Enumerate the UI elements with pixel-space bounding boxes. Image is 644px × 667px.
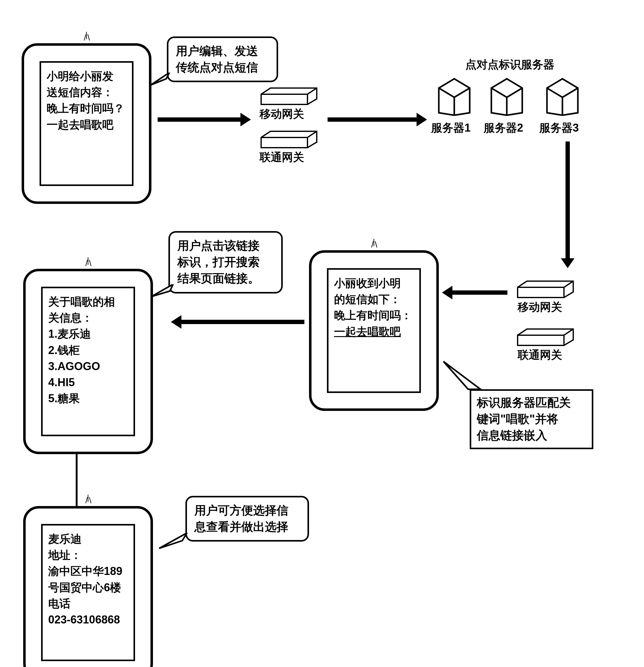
phone-detail: 麦乐迪 地址： 渝中区中华189 号国贸中心6楼 电话 023-63106868	[23, 506, 153, 667]
bubble-text: 息查看并做出选择	[194, 519, 300, 535]
mobile-gateway-label-2: 移动网关	[518, 300, 562, 315]
phone-search-results: 关于唱歌的相 关信息： 1.麦乐迪 2.钱柜 3.AGOGO 4.HI5 5.糖…	[23, 269, 153, 454]
detail-text: 023-63106868	[48, 612, 128, 628]
result-item[interactable]: 3.AGOGO	[48, 358, 128, 374]
bubble-text: 用户点击该链接	[177, 238, 274, 254]
sms-text: 小明给小丽发	[47, 68, 126, 84]
phone-detail-screen: 麦乐迪 地址： 渝中区中华189 号国贸中心6楼 电话 023-63106868	[41, 524, 135, 661]
results-header: 关信息：	[48, 310, 128, 326]
note-text: 信息链接嵌入	[477, 427, 586, 444]
server-2-label: 服务器2	[484, 120, 523, 136]
server-cube-3	[544, 76, 581, 116]
bubble-text: 标识，打开搜索	[177, 254, 274, 270]
server-1-label: 服务器1	[431, 120, 471, 136]
bubble-text: 用户编辑、发送	[176, 43, 269, 59]
server-cube-2	[488, 76, 525, 116]
arrow-down-to-gateway	[565, 142, 570, 259]
speech-bubble-select-info: 用户可方便选择信 息查看并做出选择	[186, 496, 309, 541]
phone-sender: 小明给小丽发 送短信内容： 晚上有时间吗？ 一起去唱歌吧	[22, 43, 151, 204]
note-keyword-match: 标识服务器匹配关 键词"唱歌"并将 信息链接嵌入	[470, 389, 593, 449]
arrow-to-results-phone	[181, 320, 304, 324]
mobile-gateway-box-2	[513, 280, 578, 298]
note-text: 键词"唱歌"并将	[477, 411, 586, 427]
speech-bubble-click-link: 用户点击该链接 标识，打开搜索 结果页面链接。	[168, 231, 283, 293]
detail-text: 电话	[48, 596, 128, 612]
note-tail	[440, 358, 484, 392]
result-item[interactable]: 5.糖果	[48, 390, 128, 407]
bubble-text: 结果页面链接。	[177, 270, 274, 287]
bubble-text: 传统点对点短信	[176, 59, 269, 76]
detail-text: 麦乐迪	[48, 531, 128, 547]
note-text: 标识服务器匹配关	[477, 394, 586, 411]
detail-text: 地址：	[48, 547, 128, 563]
sms-text: 送短信内容：	[47, 84, 126, 100]
result-item[interactable]: 4.HI5	[48, 374, 128, 390]
bubble-tail	[148, 72, 173, 88]
bubble-tail-3	[156, 533, 190, 551]
mobile-gateway-label: 移动网关	[260, 107, 304, 122]
phone-receiver: 小丽收到小明 的短信如下： 晚上有时间吗： 一起去唱歌吧	[309, 250, 439, 411]
sms-text: 小丽收到小明	[334, 275, 414, 291]
sms-link-text[interactable]: 一起去唱歌吧	[334, 324, 414, 340]
unicom-gateway-label: 联通网关	[260, 150, 304, 165]
sms-text: 一起去唱歌吧	[47, 117, 126, 133]
result-item[interactable]: 1.麦乐迪	[48, 326, 128, 342]
results-header: 关于唱歌的相	[48, 294, 128, 310]
phone-receiver-screen: 小丽收到小明 的短信如下： 晚上有时间吗： 一起去唱歌吧	[327, 268, 421, 393]
phone-results-screen: 关于唱歌的相 关信息： 1.麦乐迪 2.钱柜 3.AGOGO 4.HI5 5.糖…	[41, 287, 135, 436]
sms-text: 晚上有时间吗：	[334, 307, 414, 323]
speech-bubble-send: 用户编辑、发送 传统点对点短信	[167, 36, 278, 82]
unicom-gateway-label-2: 联通网关	[518, 347, 562, 363]
line-to-detail-phone	[76, 454, 78, 507]
arrow-to-servers	[327, 117, 417, 122]
phone-sender-screen: 小明给小丽发 送短信内容： 晚上有时间吗？ 一起去唱歌吧	[39, 61, 133, 186]
sms-text: 晚上有时间吗？	[47, 100, 126, 116]
server-3-label: 服务器3	[539, 120, 579, 136]
unicom-gateway-box	[257, 130, 321, 148]
server-cube-1	[436, 76, 473, 116]
result-item[interactable]: 2.钱柜	[48, 342, 128, 358]
detail-text: 号国贸中心6楼	[48, 580, 128, 596]
servers-title: 点对点标识服务器	[448, 57, 572, 72]
mobile-gateway-box	[257, 86, 321, 105]
arrow-to-receiver-phone	[452, 290, 508, 295]
unicom-gateway-box-2	[513, 327, 578, 346]
arrow-to-gateway	[158, 117, 241, 122]
detail-text: 渝中区中华189	[48, 563, 128, 579]
sms-text: 的短信如下：	[334, 291, 414, 307]
bubble-text: 用户可方便选择信	[194, 502, 300, 519]
